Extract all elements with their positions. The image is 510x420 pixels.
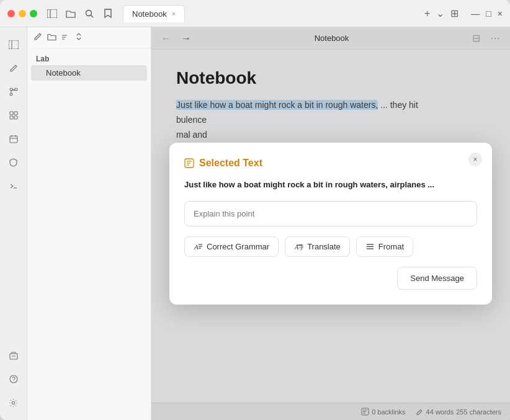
window-minimize-btn[interactable]: — [471,9,480,19]
format-icon [365,242,375,251]
tab-actions: + ⌄ ⊞ [424,7,459,19]
file-sidebar: Lab Notebook [27,27,151,420]
sidebar-item-edit[interactable] [4,58,24,78]
svg-text:A: A [194,243,199,251]
svg-point-25 [12,401,14,404]
sidebar-item-settings[interactable] [4,393,24,413]
chevron-down-icon[interactable]: ⌄ [436,7,444,19]
chevron-up-down-icon[interactable] [75,32,83,43]
svg-point-7 [15,88,17,91]
svg-rect-15 [14,116,17,119]
svg-point-24 [13,381,14,382]
sidebar-item-shield[interactable] [4,153,24,172]
svg-point-8 [10,93,12,96]
svg-point-2 [86,10,92,16]
tree-group-label: Lab [27,52,151,65]
tab-close-button[interactable]: × [172,10,176,17]
file-sidebar-toolbar [27,27,151,48]
window-close-btn[interactable]: × [498,9,503,19]
svg-line-11 [11,91,16,91]
grammar-icon: A [194,242,203,251]
svg-rect-14 [10,116,13,119]
modal-selected-text: Just like how a boat might rock a bit in… [184,179,477,191]
app-window: Notebook × + ⌄ ⊞ — □ × [0,0,510,420]
minimize-traffic-light[interactable] [19,10,26,17]
new-tab-icon[interactable]: + [424,8,430,19]
search-icon[interactable] [84,9,94,19]
modal-close-button[interactable]: × [468,153,482,166]
titlebar-icons [47,9,113,19]
close-traffic-light[interactable] [7,10,15,17]
svg-rect-16 [10,136,17,143]
svg-rect-13 [14,112,17,115]
sidebar-item-grid[interactable] [4,105,24,125]
traffic-lights [7,10,37,17]
file-tree: Lab Notebook [27,48,151,420]
folder-icon[interactable] [66,9,76,19]
svg-line-3 [91,15,94,17]
translate-icon: A 字 [294,242,303,251]
sidebar-icon-rail [0,27,27,420]
split-view-icon[interactable]: ⊞ [450,7,459,19]
main-layout: Lab Notebook ← → Notebook ⊟ ⋯ Notebook J… [0,27,510,420]
maximize-traffic-light[interactable] [30,10,37,17]
title-bar: Notebook × + ⌄ ⊞ — □ × [0,0,510,27]
sidebar-item-branch[interactable] [4,82,24,102]
modal-header: Selected Text [184,158,477,169]
modal-footer: Send Message [184,267,477,290]
correct-grammar-label: Correct Grammar [207,242,269,251]
translate-button[interactable]: A 字 Translate [285,236,350,257]
new-folder-icon[interactable] [47,33,56,43]
svg-rect-0 [47,9,57,18]
sidebar-item-help[interactable] [4,369,24,389]
content-area: ← → Notebook ⊟ ⋯ Notebook Just like how … [151,27,510,420]
translate-label: Translate [307,242,341,251]
selected-text-modal: Selected Text × Just like how a boat mig… [169,143,492,305]
modal-action-buttons: A Correct Grammar A 字 [184,236,477,257]
bookmark-icon[interactable] [103,9,113,19]
sidebar-toggle-icon[interactable] [47,9,57,19]
new-note-icon[interactable] [34,32,42,43]
sort-icon[interactable] [61,33,70,43]
notebook-tab[interactable]: Notebook × [123,5,185,22]
window-maximize-btn[interactable]: □ [486,9,491,19]
window-controls: — □ × [471,9,503,19]
tab-label: Notebook [132,9,167,19]
tab-bar: Notebook × [123,5,419,22]
svg-rect-12 [10,112,13,115]
correct-grammar-button[interactable]: A Correct Grammar [184,236,279,257]
sidebar-item-layout[interactable] [4,35,24,55]
format-button[interactable]: Fromat [356,236,413,257]
svg-rect-4 [9,40,19,49]
modal-header-icon [184,158,194,168]
svg-point-23 [10,375,17,383]
send-message-button[interactable]: Send Message [397,267,477,290]
modal-title: Selected Text [199,158,262,169]
sidebar-item-calendar[interactable] [4,129,24,149]
modal-overlay: Selected Text × Just like how a boat mig… [151,27,510,420]
tree-item-notebook[interactable]: Notebook [31,65,147,81]
sidebar-item-box[interactable] [4,346,24,365]
modal-explain-input[interactable] [184,201,477,226]
sidebar-item-terminal[interactable] [4,176,24,196]
format-label: Fromat [378,242,404,251]
